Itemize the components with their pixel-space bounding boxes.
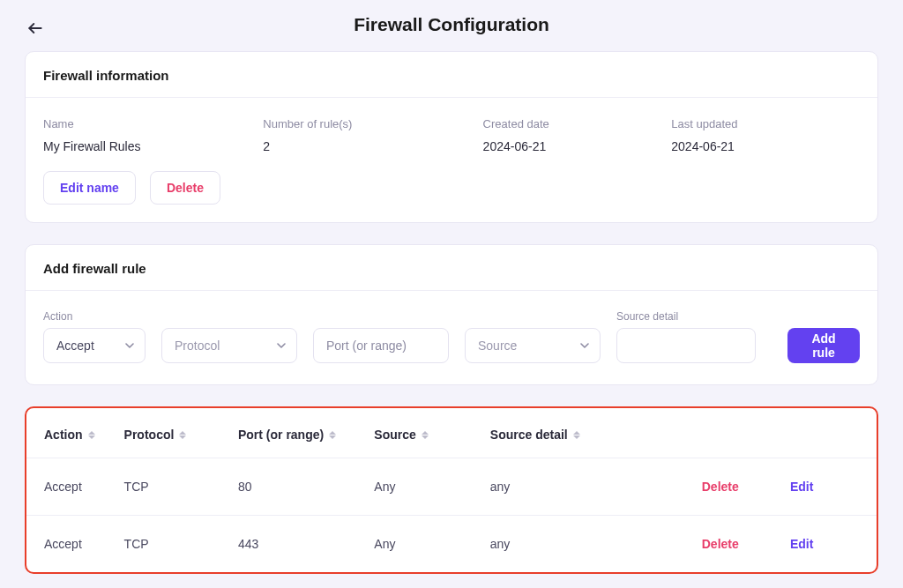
th-port-label: Port (or range) (238, 428, 324, 442)
th-protocol[interactable]: Protocol (124, 408, 238, 458)
sort-icon (573, 429, 580, 440)
firewall-info-card: Firewall information Name My Firewall Ru… (25, 51, 878, 223)
info-label-name: Name (43, 117, 263, 130)
add-rule-button[interactable]: Add rule (787, 328, 860, 363)
source-detail-label: Source detail (616, 310, 756, 323)
th-action[interactable]: Action (26, 408, 124, 458)
info-label-rule-count: Number of rule(s) (263, 117, 482, 130)
port-input[interactable] (313, 328, 449, 363)
th-source-detail[interactable]: Source detail (490, 408, 702, 458)
info-value-updated: 2024-06-21 (671, 139, 860, 153)
protocol-placeholder: Protocol (175, 339, 220, 353)
sort-icon (179, 429, 186, 440)
cell-action: Accept (26, 516, 124, 573)
firewall-info-title: Firewall information (26, 52, 877, 97)
cell-source-detail: any (490, 458, 702, 516)
page-header: Firewall Configuration (0, 0, 903, 51)
th-source[interactable]: Source (374, 408, 489, 458)
th-source-detail-label: Source detail (490, 428, 568, 442)
th-port[interactable]: Port (or range) (238, 408, 374, 458)
cell-action: Accept (26, 458, 124, 516)
table-row: Accept TCP 80 Any any Delete Edit (26, 458, 877, 516)
info-value-name: My Firewall Rules (43, 139, 263, 153)
sort-icon (329, 429, 336, 440)
caret-down-icon (125, 343, 134, 348)
action-select[interactable]: Accept (43, 328, 146, 363)
rules-table: Action Protocol Port (or range) (26, 408, 877, 572)
delete-firewall-button[interactable]: Delete (150, 171, 220, 205)
sort-icon (88, 429, 95, 440)
action-select-value: Accept (56, 339, 94, 353)
table-row: Accept TCP 443 Any any Delete Edit (26, 516, 877, 573)
caret-down-icon (277, 343, 286, 348)
caret-down-icon (580, 343, 589, 348)
cell-port: 80 (238, 458, 374, 516)
delete-rule-link[interactable]: Delete (702, 537, 739, 551)
cell-source: Any (374, 516, 489, 573)
info-label-updated: Last updated (671, 117, 860, 130)
protocol-select[interactable]: Protocol (161, 328, 297, 363)
page-title: Firewall Configuration (25, 14, 878, 35)
edit-rule-link[interactable]: Edit (790, 537, 813, 551)
source-detail-input[interactable] (616, 328, 756, 363)
cell-source-detail: any (490, 516, 702, 573)
th-source-label: Source (374, 428, 415, 442)
cell-protocol: TCP (124, 516, 238, 573)
th-empty-edit (790, 408, 877, 458)
cell-source: Any (374, 458, 489, 516)
th-action-label: Action (44, 428, 83, 442)
add-rule-card: Add firewall rule Action Accept Protocol (25, 244, 878, 385)
action-label: Action (43, 310, 146, 323)
info-value-created: 2024-06-21 (483, 139, 672, 153)
info-value-rule-count: 2 (263, 139, 482, 153)
source-select[interactable]: Source (465, 328, 601, 363)
back-arrow-icon[interactable] (25, 18, 46, 39)
th-protocol-label: Protocol (124, 428, 175, 442)
delete-rule-link[interactable]: Delete (702, 480, 739, 494)
source-placeholder: Source (478, 339, 517, 353)
rules-table-card: Action Protocol Port (or range) (25, 406, 878, 574)
cell-port: 443 (238, 516, 374, 573)
add-rule-title: Add firewall rule (26, 245, 877, 290)
edit-name-button[interactable]: Edit name (43, 171, 136, 205)
cell-protocol: TCP (124, 458, 238, 516)
edit-rule-link[interactable]: Edit (790, 480, 813, 494)
sort-icon (422, 429, 429, 440)
info-label-created: Created date (483, 117, 672, 130)
th-empty-delete (702, 408, 790, 458)
